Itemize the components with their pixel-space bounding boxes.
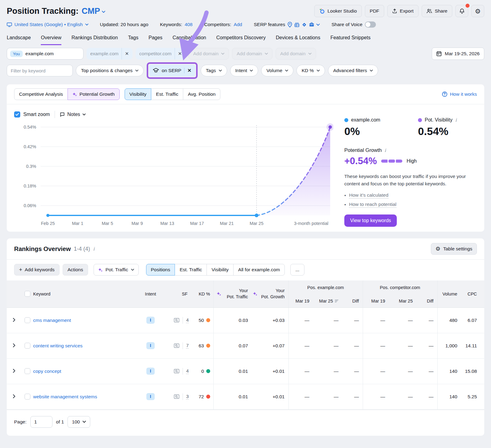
on-serp-filter-chip[interactable]: on SERP ✕	[149, 65, 195, 76]
example-mar25-header[interactable]: Mar 25	[313, 295, 342, 307]
remove-serp-filter-icon[interactable]: ✕	[184, 68, 191, 73]
info-icon[interactable]: i	[455, 117, 457, 123]
project-selector[interactable]: CMP	[82, 6, 105, 16]
kd-column-header[interactable]: KD %	[192, 280, 213, 307]
keyword-link[interactable]: website management systems	[33, 394, 97, 399]
serp-preview-icon[interactable]	[174, 318, 180, 323]
est-traffic-view-tab[interactable]: Est. Traffic	[175, 264, 207, 276]
tags-filter[interactable]: Tags	[201, 65, 227, 76]
volume-column-header[interactable]: Volume	[437, 280, 460, 307]
serp-features-count[interactable]: 3	[186, 394, 189, 400]
advanced-filters[interactable]: Advanced filters	[328, 65, 378, 76]
tab-pages[interactable]: Pages	[149, 35, 162, 45]
visibility-chart[interactable]: 0.54% 0.42% 0.3% 0.18% 0.06%	[14, 122, 333, 227]
your-domain-field[interactable]: You	[7, 48, 83, 60]
remove-domain-icon[interactable]: ✕	[122, 48, 129, 60]
row-checkbox[interactable]	[25, 343, 30, 349]
tab-featured-snippets[interactable]: Featured Snippets	[331, 35, 371, 45]
example-diff-header[interactable]: Diff	[342, 295, 363, 307]
add-keywords-button[interactable]: + Add keywords	[14, 264, 60, 276]
row-checkbox[interactable]	[25, 317, 30, 323]
notes-dropdown[interactable]: Notes	[60, 112, 86, 117]
competitor-diff-header[interactable]: Diff	[416, 295, 437, 307]
serp-preview-icon[interactable]	[174, 369, 180, 374]
how-it-works-link[interactable]: How it works	[442, 91, 477, 97]
keyword-column-header[interactable]: Keyword	[33, 280, 134, 307]
intent-badge[interactable]: I	[146, 368, 155, 375]
row-checkbox[interactable]	[25, 368, 30, 374]
remove-domain-icon[interactable]: ✕	[175, 48, 182, 60]
date-range-picker[interactable]: Mar 19-25, 2026	[432, 48, 484, 60]
sf-column-header[interactable]: SF	[167, 280, 192, 307]
potential-growth-tab[interactable]: Potential Growth	[68, 88, 120, 100]
tab-overview[interactable]: Overview	[41, 35, 61, 45]
competitor-mar19-header[interactable]: Mar 19	[363, 295, 389, 307]
select-all-checkbox[interactable]	[25, 291, 30, 297]
tab-cannibalization[interactable]: Cannibalization	[172, 35, 206, 45]
more-views-button[interactable]: ...	[290, 264, 304, 276]
cpc-column-header[interactable]: CPC	[460, 280, 484, 307]
expand-row-icon[interactable]	[13, 343, 15, 347]
est-traffic-metric-tab[interactable]: Est. Traffic	[151, 88, 183, 100]
domain-chip-competitor[interactable]: competitor.com ✕	[136, 48, 186, 60]
serp-features-count[interactable]: 7	[186, 343, 189, 349]
competitive-analysis-tab[interactable]: Competitive Analysis	[14, 88, 68, 100]
pot-traffic-dropdown[interactable]: Pot. Traffic	[94, 264, 139, 276]
keyword-filter-input[interactable]	[7, 68, 73, 73]
top-positions-filter[interactable]: Top positions & changes	[76, 65, 144, 76]
your-domain-input[interactable]	[25, 51, 68, 56]
expand-row-icon[interactable]	[13, 394, 15, 398]
keyword-link[interactable]: content writing services	[33, 343, 83, 348]
tab-landscape[interactable]: Landscape	[7, 35, 31, 45]
intent-badge[interactable]: I	[146, 317, 155, 324]
smart-zoom-checkbox[interactable]	[14, 111, 20, 118]
share-of-voice-toggle[interactable]	[365, 21, 376, 28]
actions-button[interactable]: Actions	[63, 264, 88, 276]
domain-chip-example[interactable]: example.com ✕	[87, 48, 133, 60]
add-domain-button-2[interactable]: Add domain	[232, 48, 273, 60]
example-mar19-header[interactable]: Mar 19	[288, 295, 313, 307]
competitors-add-link[interactable]: Add	[234, 22, 242, 27]
intent-badge[interactable]: I	[146, 342, 155, 349]
serp-features-count[interactable]: 4	[186, 368, 189, 374]
table-settings-button[interactable]: ⚙ Table settings	[431, 243, 477, 255]
info-icon[interactable]: i	[93, 246, 95, 252]
volume-filter[interactable]: Volume	[261, 65, 293, 76]
intent-badge[interactable]: I	[146, 393, 155, 400]
chevron-down-icon[interactable]	[316, 24, 320, 26]
add-domain-button-1[interactable]: Add domain	[188, 48, 229, 60]
tab-rankings-distribution[interactable]: Rankings Distribution	[72, 35, 118, 45]
kd-filter[interactable]: KD %	[296, 65, 325, 76]
expand-row-icon[interactable]	[13, 318, 15, 322]
tab-devices-locations[interactable]: Devices & Locations	[276, 35, 320, 45]
share-button[interactable]: Share	[422, 5, 452, 17]
reach-potential-link[interactable]: How to reach potential	[349, 202, 396, 208]
pot-growth-column-header[interactable]: YourPot. Growth	[252, 280, 288, 307]
avg-position-metric-tab[interactable]: Avg. Position	[183, 88, 220, 100]
all-for-domain-view-tab[interactable]: All for example.com	[233, 264, 285, 276]
keyword-filter-field[interactable]	[7, 65, 73, 76]
view-top-keywords-button[interactable]: View top keywords	[344, 214, 397, 227]
keyword-link[interactable]: copy concept	[33, 369, 61, 374]
notifications-button[interactable]	[455, 5, 468, 17]
serp-preview-icon[interactable]	[174, 394, 180, 399]
tab-tags[interactable]: Tags	[128, 35, 138, 45]
looker-studio-button[interactable]: Looker Studio	[314, 5, 362, 17]
pot-traffic-column-header[interactable]: YourPot. Traffic	[213, 280, 252, 307]
intent-filter[interactable]: Intent	[230, 65, 258, 76]
tab-competitors-discovery[interactable]: Competitors Discovery	[216, 35, 266, 45]
add-domain-button-3[interactable]: Add domain	[276, 48, 316, 60]
serp-preview-icon[interactable]	[174, 343, 180, 348]
location-language-selector[interactable]: United States (Google) • English	[14, 22, 83, 27]
keywords-count-link[interactable]: 408	[185, 22, 193, 27]
row-checkbox[interactable]	[25, 394, 30, 400]
page-number-input[interactable]	[30, 416, 52, 428]
settings-button[interactable]: ⚙	[471, 5, 484, 17]
pdf-button[interactable]: PDF	[365, 5, 384, 17]
positions-view-tab[interactable]: Positions	[146, 264, 175, 276]
serp-features-count[interactable]: 4	[186, 317, 189, 323]
keyword-link[interactable]: cms management	[33, 318, 71, 323]
intent-column-header[interactable]: Intent	[134, 280, 167, 307]
expand-row-icon[interactable]	[13, 369, 15, 373]
visibility-view-tab[interactable]: Visibility	[207, 264, 234, 276]
